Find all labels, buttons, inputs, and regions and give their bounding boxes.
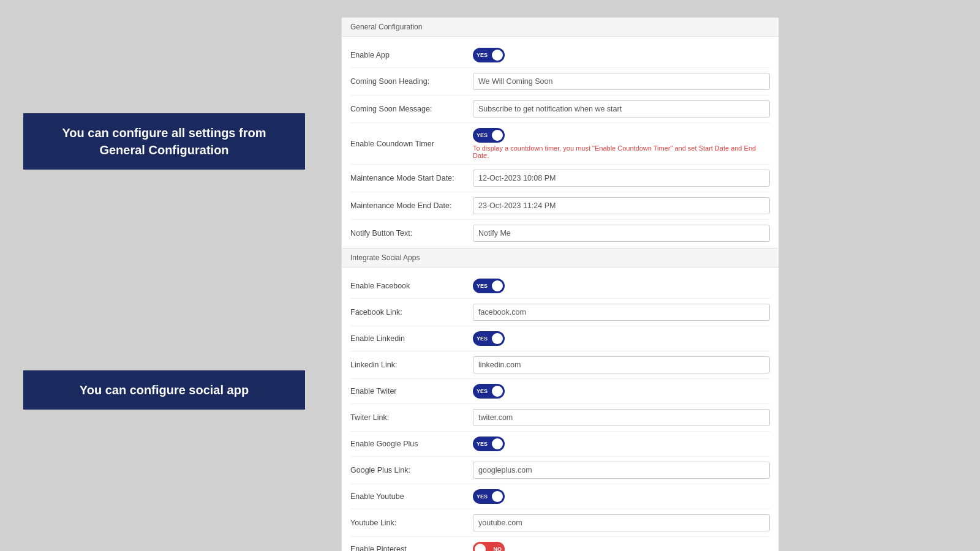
social-config-banner: You can configure social app [23,370,305,410]
google-plus-link-input[interactable] [473,462,770,479]
enable-youtube-toggle[interactable]: YES [473,489,505,504]
notify-button-text-label: Notify Button Text: [350,229,473,238]
coming-soon-message-input[interactable] [473,100,770,118]
linkedin-link-input[interactable] [473,356,770,373]
countdown-warning: To display a countdown timer, you must "… [473,144,770,159]
coming-soon-heading-label: Coming Soon Heading: [350,77,473,86]
maintenance-end-label: Maintenance Mode End Date: [350,201,473,210]
maintenance-start-label: Maintenance Mode Start Date: [350,174,473,182]
enable-twiter-row: Enable Twiter YES [350,379,770,404]
youtube-link-label: Youtube Link: [350,519,473,527]
maintenance-start-input[interactable] [473,170,770,187]
enable-twiter-toggle[interactable]: YES [473,384,505,399]
twiter-link-label: Twiter Link: [350,413,473,422]
enable-linkedin-label: Enable Linkedin [350,334,473,343]
coming-soon-heading-input[interactable] [473,73,770,90]
general-config-banner: You can configure all settings from Gene… [23,113,305,170]
enable-pinterest-row: Enable Pinterest NO [350,537,770,551]
enable-countdown-control[interactable]: YES To display a countdown timer, you mu… [473,128,770,159]
youtube-link-input[interactable] [473,514,770,531]
enable-countdown-row: Enable Coundown Timer YES To display a c… [350,123,770,165]
enable-facebook-row: Enable Facebook YES [350,274,770,299]
enable-app-control[interactable]: YES [473,48,770,62]
enable-youtube-label: Enable Youtube [350,492,473,501]
enable-pinterest-toggle[interactable]: NO [473,542,505,551]
maintenance-start-row: Maintenance Mode Start Date: [350,165,770,192]
google-plus-link-label: Google Plus Link: [350,466,473,474]
google-plus-link-row: Google Plus Link: [350,457,770,484]
enable-app-label: Enable App [350,51,473,59]
linkedin-link-label: Linkedin Link: [350,361,473,369]
twiter-link-row: Twiter Link: [350,404,770,432]
coming-soon-message-label: Coming Soon Message: [350,105,473,113]
enable-countdown-toggle[interactable]: YES [473,128,505,143]
enable-twiter-label: Enable Twiter [350,387,473,395]
coming-soon-heading-row: Coming Soon Heading: [350,68,770,96]
enable-facebook-label: Enable Facebook [350,282,473,290]
enable-linkedin-row: Enable Linkedin YES [350,326,770,351]
facebook-link-label: Facebook Link: [350,308,473,317]
notify-button-text-row: Notify Button Text: [350,220,770,247]
social-config-header: Integrate Social Apps [342,249,778,268]
enable-app-row: Enable App YES [350,43,770,68]
facebook-link-row: Facebook Link: [350,299,770,326]
general-config-header: General Configuration [342,18,778,37]
enable-app-toggle[interactable]: YES [473,48,505,62]
enable-countdown-label: Enable Coundown Timer [350,140,473,148]
enable-google-plus-label: Enable Google Plus [350,440,473,448]
enable-linkedin-toggle[interactable]: YES [473,331,505,346]
social-config-panel: Integrate Social Apps Enable Facebook YE… [341,248,779,551]
twiter-link-input[interactable] [473,409,770,426]
social-config-body: Enable Facebook YES Facebook Link: Enabl… [342,268,778,551]
enable-youtube-row: Enable Youtube YES [350,484,770,509]
maintenance-end-row: Maintenance Mode End Date: [350,192,770,220]
youtube-link-row: Youtube Link: [350,509,770,537]
general-config-panel: General Configuration Enable App YES [341,17,779,253]
enable-google-plus-toggle[interactable]: YES [473,437,505,451]
general-config-body: Enable App YES Coming Soon Heading: [342,37,778,253]
linkedin-link-row: Linkedin Link: [350,351,770,379]
coming-soon-message-row: Coming Soon Message: [350,96,770,123]
facebook-link-input[interactable] [473,304,770,321]
enable-facebook-toggle[interactable]: YES [473,279,505,293]
enable-pinterest-label: Enable Pinterest [350,545,473,551]
enable-google-plus-row: Enable Google Plus YES [350,432,770,457]
notify-button-text-input[interactable] [473,225,770,242]
maintenance-end-input[interactable] [473,197,770,214]
